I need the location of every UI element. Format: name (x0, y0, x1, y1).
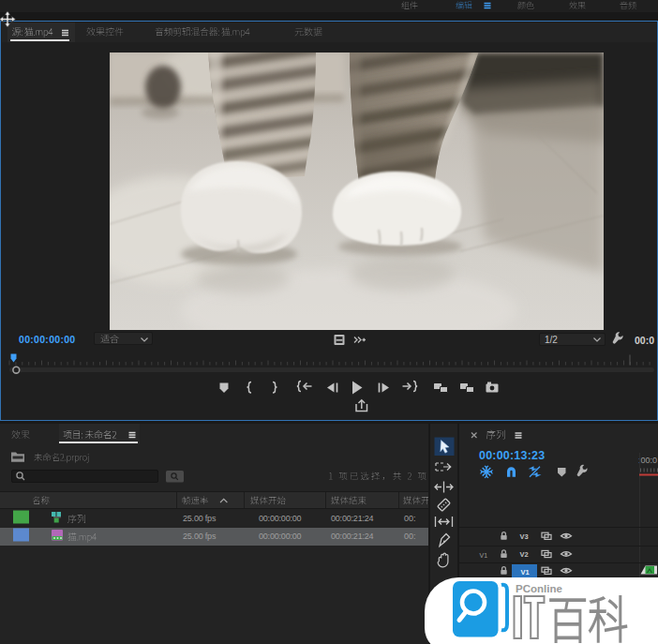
svg-text:PConline: PConline (516, 583, 562, 594)
